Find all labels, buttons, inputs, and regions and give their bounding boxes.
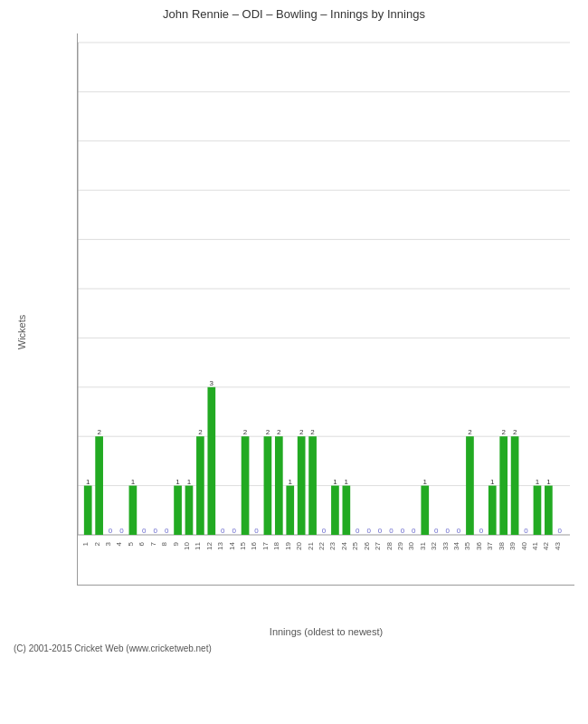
svg-text:40: 40 xyxy=(520,541,528,549)
svg-text:1: 1 xyxy=(81,541,90,546)
svg-text:1: 1 xyxy=(333,478,337,486)
svg-text:33: 33 xyxy=(441,541,450,549)
svg-text:42: 42 xyxy=(542,541,550,549)
svg-text:0: 0 xyxy=(153,527,157,535)
svg-text:0: 0 xyxy=(366,527,371,535)
svg-text:2: 2 xyxy=(299,428,304,436)
svg-text:19: 19 xyxy=(284,541,292,549)
svg-rect-32 xyxy=(129,486,138,535)
svg-text:15: 15 xyxy=(239,541,247,549)
svg-text:22: 22 xyxy=(318,541,326,549)
svg-text:1: 1 xyxy=(175,478,180,486)
plot-area: 0123456789101122030415060708191102113120… xyxy=(77,33,574,586)
svg-text:1: 1 xyxy=(546,478,551,486)
svg-text:43: 43 xyxy=(554,541,562,549)
svg-text:34: 34 xyxy=(452,541,460,549)
svg-text:4: 4 xyxy=(115,541,123,546)
svg-text:0: 0 xyxy=(457,527,461,535)
svg-rect-79 xyxy=(331,486,339,535)
svg-text:10: 10 xyxy=(183,541,191,549)
svg-text:3: 3 xyxy=(210,379,214,387)
y-axis-label: Wickets xyxy=(16,315,27,350)
svg-text:7: 7 xyxy=(149,541,157,546)
svg-text:1: 1 xyxy=(345,478,349,486)
svg-text:0: 0 xyxy=(322,527,327,535)
svg-text:8: 8 xyxy=(160,541,168,546)
x-axis-label: Innings (oldest to newest) xyxy=(270,626,383,637)
svg-text:0: 0 xyxy=(221,527,225,535)
svg-rect-74 xyxy=(308,436,317,535)
svg-text:21: 21 xyxy=(307,541,315,549)
svg-rect-82 xyxy=(342,486,350,535)
svg-text:1: 1 xyxy=(536,478,540,486)
svg-text:1: 1 xyxy=(289,478,293,486)
svg-text:41: 41 xyxy=(531,541,539,549)
svg-text:0: 0 xyxy=(165,527,169,535)
copyright: (C) 2001-2015 Cricket Web (www.cricketwe… xyxy=(5,643,583,653)
svg-text:5: 5 xyxy=(127,541,135,546)
svg-text:0: 0 xyxy=(412,527,416,535)
svg-text:2: 2 xyxy=(468,428,472,436)
svg-rect-68 xyxy=(286,486,294,535)
svg-text:28: 28 xyxy=(385,541,394,549)
bars-svg: 0123456789101122030415060708191102113120… xyxy=(78,33,574,585)
svg-text:2: 2 xyxy=(97,428,101,436)
svg-text:2: 2 xyxy=(513,428,517,436)
svg-text:32: 32 xyxy=(430,541,438,549)
svg-text:1: 1 xyxy=(86,478,90,486)
svg-text:2: 2 xyxy=(243,428,248,436)
svg-text:30: 30 xyxy=(407,541,415,549)
svg-rect-122 xyxy=(534,486,542,535)
chart-container: John Rennie – ODI – Bowling – Innings by… xyxy=(0,0,588,724)
svg-text:9: 9 xyxy=(172,541,180,546)
svg-rect-65 xyxy=(275,436,283,535)
svg-rect-114 xyxy=(499,436,507,535)
svg-text:1: 1 xyxy=(423,478,428,486)
svg-text:2: 2 xyxy=(198,428,203,436)
svg-text:1: 1 xyxy=(490,478,495,486)
svg-text:0: 0 xyxy=(356,527,360,535)
svg-text:0: 0 xyxy=(109,527,113,535)
svg-rect-25 xyxy=(95,436,103,535)
svg-text:2: 2 xyxy=(93,541,101,546)
svg-text:2: 2 xyxy=(310,428,315,436)
svg-text:17: 17 xyxy=(261,541,270,549)
svg-text:0: 0 xyxy=(142,527,147,535)
svg-rect-111 xyxy=(488,486,497,535)
svg-text:35: 35 xyxy=(463,541,471,549)
svg-text:0: 0 xyxy=(389,527,394,535)
svg-text:3: 3 xyxy=(104,541,112,546)
svg-text:0: 0 xyxy=(558,527,563,535)
svg-text:13: 13 xyxy=(216,541,224,549)
svg-text:6: 6 xyxy=(138,541,146,546)
svg-text:23: 23 xyxy=(328,541,337,549)
svg-text:1: 1 xyxy=(131,478,136,486)
svg-rect-106 xyxy=(466,436,474,535)
svg-text:1: 1 xyxy=(187,478,192,486)
svg-text:18: 18 xyxy=(272,541,280,549)
svg-text:25: 25 xyxy=(351,541,359,549)
svg-text:38: 38 xyxy=(498,541,506,549)
svg-text:37: 37 xyxy=(486,541,494,549)
svg-rect-117 xyxy=(511,436,519,535)
svg-rect-44 xyxy=(185,486,194,535)
svg-text:0: 0 xyxy=(378,527,383,535)
chart-area: Wickets 01234567891011220304150607081911… xyxy=(32,24,583,640)
svg-rect-62 xyxy=(264,436,272,535)
svg-text:31: 31 xyxy=(419,541,427,549)
svg-text:0: 0 xyxy=(434,527,439,535)
chart-title: John Rennie – ODI – Bowling – Innings by… xyxy=(163,7,425,21)
svg-text:0: 0 xyxy=(254,527,259,535)
svg-text:14: 14 xyxy=(228,541,236,549)
svg-text:2: 2 xyxy=(277,428,281,436)
svg-text:2: 2 xyxy=(501,428,506,436)
svg-text:0: 0 xyxy=(479,527,484,535)
svg-rect-47 xyxy=(196,436,204,535)
svg-text:39: 39 xyxy=(508,541,517,549)
svg-text:2: 2 xyxy=(266,428,270,436)
svg-text:12: 12 xyxy=(205,541,213,549)
svg-text:11: 11 xyxy=(194,541,202,549)
svg-text:16: 16 xyxy=(250,541,258,549)
svg-text:0: 0 xyxy=(401,527,405,535)
svg-text:20: 20 xyxy=(295,541,303,549)
